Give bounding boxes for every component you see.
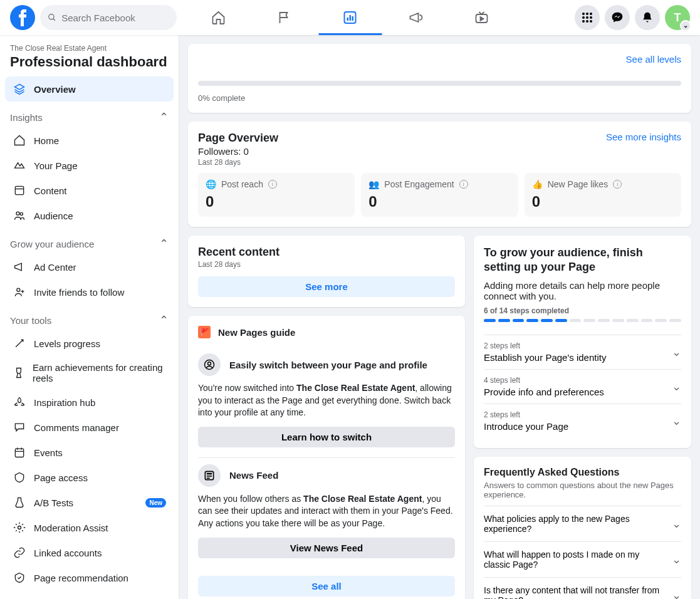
sidebar-item[interactable]: Page recommendation bbox=[5, 565, 174, 590]
people-icon: 👥 bbox=[368, 179, 379, 189]
stat-value: 0 bbox=[368, 193, 510, 211]
sidebar-item[interactable]: Earn achievements for creating reels bbox=[5, 356, 174, 390]
svg-point-15 bbox=[586, 20, 588, 23]
sidebar-item-label: Your Page bbox=[34, 160, 78, 171]
progress-pill bbox=[583, 319, 595, 322]
faq-row[interactable]: What will happen to posts I made on my c… bbox=[484, 541, 681, 577]
guide-see-all-button[interactable]: See all bbox=[198, 576, 455, 596]
svg-rect-17 bbox=[15, 186, 23, 194]
sidebar-overview-label: Overview bbox=[34, 84, 76, 95]
faq-desc: Answers to common questions about the ne… bbox=[484, 481, 681, 499]
svg-rect-30 bbox=[207, 476, 212, 477]
guide-item-button[interactable]: View News Feed bbox=[198, 538, 455, 558]
chevron-up-icon: ⌃ bbox=[159, 237, 169, 251]
sidebar-icon bbox=[13, 134, 26, 147]
step-left: 2 steps left bbox=[484, 341, 606, 350]
sidebar-item[interactable]: Comments manager bbox=[5, 415, 174, 440]
info-icon[interactable]: i bbox=[268, 180, 277, 189]
sidebar-item[interactable]: Levels progress bbox=[5, 331, 174, 356]
setup-step-row[interactable]: 2 steps leftEstablish your Page's identi… bbox=[484, 335, 681, 369]
account-avatar[interactable]: T bbox=[665, 5, 690, 30]
sidebar-item[interactable]: Home bbox=[5, 128, 174, 153]
sidebar-overview[interactable]: Overview bbox=[5, 76, 174, 102]
main-content: See all levels 0% complete Page Overview… bbox=[179, 35, 700, 599]
faq-question: What will happen to posts I made on my c… bbox=[484, 550, 666, 570]
megaphone-icon bbox=[409, 10, 424, 25]
menu-button[interactable] bbox=[575, 5, 600, 30]
messenger-button[interactable] bbox=[605, 5, 630, 30]
svg-point-1 bbox=[49, 14, 54, 19]
sidebar-icon bbox=[13, 209, 26, 222]
nav-video[interactable] bbox=[449, 0, 515, 35]
sidebar-item-label: Earn achievements for creating reels bbox=[33, 362, 166, 383]
nav-ads[interactable] bbox=[383, 0, 449, 35]
faq-row[interactable]: Is there any content that will not trans… bbox=[484, 577, 681, 599]
section-insights-label: Insights bbox=[10, 112, 43, 123]
nav-home[interactable] bbox=[185, 0, 251, 35]
section-platform[interactable]: Platform tools⌃ bbox=[0, 590, 179, 599]
setup-step-row[interactable]: 2 steps leftIntroduce your Page⌄ bbox=[484, 404, 681, 438]
nav-dashboard[interactable] bbox=[317, 0, 383, 35]
sidebar-icon bbox=[13, 159, 26, 172]
chevron-down-icon: ⌄ bbox=[672, 414, 681, 428]
svg-rect-21 bbox=[15, 449, 23, 457]
svg-point-12 bbox=[586, 16, 588, 19]
stat-label: Post reach bbox=[221, 179, 263, 189]
sidebar-item[interactable]: Moderation Assist bbox=[5, 515, 174, 540]
sidebar-item[interactable]: Content bbox=[5, 178, 174, 203]
setup-step-row[interactable]: 4 steps leftProvide info and preferences… bbox=[484, 369, 681, 404]
setup-count: 6 of 14 steps completed bbox=[484, 306, 681, 315]
sidebar-item[interactable]: Linked accounts bbox=[5, 540, 174, 565]
chevron-down-icon: ⌄ bbox=[672, 345, 681, 359]
feed-icon bbox=[198, 464, 221, 487]
see-more-insights-link[interactable]: See more insights bbox=[606, 132, 681, 145]
see-all-levels-link[interactable]: See all levels bbox=[626, 54, 681, 65]
sidebar-item[interactable]: A/B TestsNew bbox=[5, 490, 174, 515]
svg-point-10 bbox=[590, 13, 592, 15]
levels-card: See all levels 0% complete bbox=[188, 44, 691, 113]
section-tools[interactable]: Your tools⌃ bbox=[0, 305, 179, 331]
faq-row[interactable]: What policies apply to the new Pages exp… bbox=[484, 506, 681, 541]
sidebar-item-label: Events bbox=[34, 447, 63, 458]
guide-item-button[interactable]: Learn how to switch bbox=[198, 427, 455, 447]
svg-rect-6 bbox=[352, 16, 354, 21]
sidebar-item[interactable]: Audience bbox=[5, 203, 174, 228]
search-input[interactable] bbox=[61, 13, 169, 23]
section-grow[interactable]: Grow your audience⌃ bbox=[0, 228, 179, 254]
sidebar-icon bbox=[13, 496, 26, 509]
sidebar-icon bbox=[13, 446, 26, 459]
nav-pages[interactable] bbox=[251, 0, 317, 35]
sidebar-item[interactable]: Ad Center bbox=[5, 254, 174, 279]
sidebar-item-label: Audience bbox=[34, 211, 73, 221]
section-tools-label: Your tools bbox=[10, 315, 51, 326]
progress-pill bbox=[641, 319, 653, 322]
stat-value: 0 bbox=[532, 193, 674, 211]
progress-pill bbox=[612, 319, 624, 322]
chevron-up-icon: ⌃ bbox=[159, 110, 169, 124]
followers-count: Followers: 0 bbox=[198, 146, 681, 157]
info-icon[interactable]: i bbox=[459, 180, 468, 189]
guide-item-text: You're now switched into The Close Real … bbox=[198, 382, 455, 419]
sidebar-item[interactable]: Page access bbox=[5, 465, 174, 490]
guide-title: New Pages guide bbox=[218, 327, 295, 338]
grid-icon bbox=[582, 12, 593, 23]
sidebar-item[interactable]: Inspiration hub bbox=[5, 390, 174, 415]
notifications-button[interactable] bbox=[635, 5, 660, 30]
sidebar-item[interactable]: Invite friends to follow bbox=[5, 279, 174, 305]
section-insights[interactable]: Insights⌃ bbox=[0, 102, 179, 128]
sidebar-icon bbox=[13, 261, 26, 273]
levels-percent: 0% complete bbox=[198, 93, 681, 103]
search-box[interactable] bbox=[40, 5, 177, 30]
sidebar-item[interactable]: Your Page bbox=[5, 153, 174, 178]
info-icon[interactable]: i bbox=[613, 180, 622, 189]
sidebar-item-label: Ad Center bbox=[34, 262, 76, 273]
progress-pill bbox=[541, 319, 553, 322]
sidebar-item-label: Levels progress bbox=[34, 338, 100, 349]
sidebar-icon bbox=[13, 286, 26, 298]
facebook-logo-icon[interactable] bbox=[10, 5, 35, 30]
recent-see-more-button[interactable]: See more bbox=[198, 276, 455, 297]
faq-question: What policies apply to the new Pages exp… bbox=[484, 514, 666, 534]
sidebar-item[interactable]: Events bbox=[5, 440, 174, 465]
sidebar-icon bbox=[13, 546, 26, 559]
guide-item-text: When you follow others as The Close Real… bbox=[198, 493, 455, 530]
